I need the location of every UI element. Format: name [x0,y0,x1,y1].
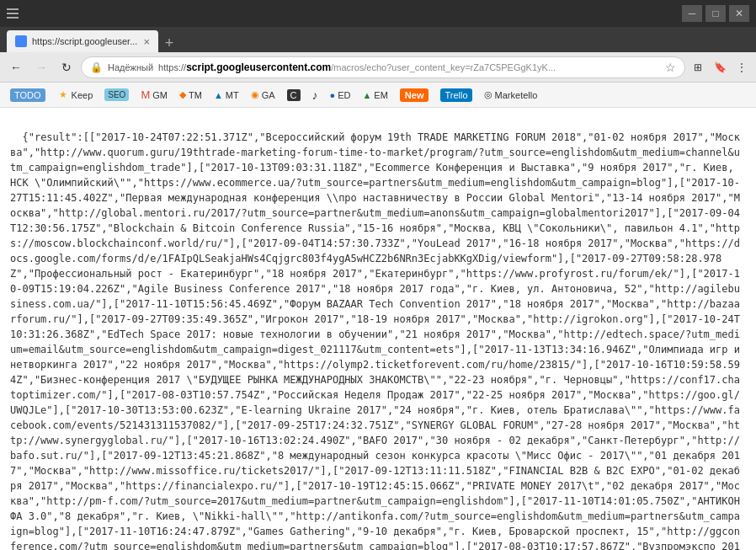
em-icon: ▲ [362,90,371,100]
bookmark-ed-label: ED [338,90,350,100]
bookmark-new[interactable]: New [395,86,434,104]
title-bar-left [7,7,20,20]
window-icon [7,7,20,20]
tm-icon: ◆ [179,89,186,100]
ga-icon: ◉ [251,89,259,100]
bookmark-tm[interactable]: ◆ TM [174,87,207,103]
back-button[interactable]: ← [5,56,27,78]
maximize-button[interactable]: □ [705,5,726,22]
bookmark-seo[interactable]: SEO [99,86,134,104]
title-bar-controls: ─ □ ✕ [682,5,749,22]
seo-icon: SEO [104,88,129,101]
page-content: {"result":[["2017-10-24T07:22:51.371Z","… [10,131,746,550]
bookmark-keep-label: Keep [72,90,93,100]
tab-bar: https://script.googleuser... × + [0,27,756,52]
keep-icon: ★ [57,89,69,101]
minimize-button[interactable]: ─ [682,5,702,22]
bookmark-marketello-label: Marketello [495,90,538,100]
bookmark-star-icon[interactable]: ☆ [665,61,676,74]
gmail-icon: M [141,88,150,101]
ext-icon-1[interactable]: ⊞ [689,58,707,77]
ext-icon-2[interactable]: 🔖 [711,58,729,77]
address-bar[interactable]: 🔒 Надёжный https://script.googleusercont… [81,56,685,78]
tab-title: https://script.googleuser... [32,36,138,46]
c-icon: C [287,89,301,101]
bookmark-trello[interactable]: Trello [435,86,476,104]
bookmark-ga[interactable]: ◉ GA [246,87,280,103]
ed-icon: ● [330,90,336,100]
bookmark-em-label: EM [374,90,388,100]
trello-icon: Trello [440,88,471,102]
bookmark-ga-label: GA [262,90,275,100]
bookmark-gm[interactable]: M GM [136,86,173,104]
close-button[interactable]: ✕ [729,5,749,22]
bookmark-c[interactable]: C [282,87,306,104]
new-icon: New [400,88,429,102]
bookmark-gm-label: GM [152,90,168,100]
address-secure-label: Надёжный [108,62,153,72]
title-bar: ─ □ ✕ [0,0,756,27]
new-tab-button[interactable]: + [158,34,180,52]
address-text: https://script.googleusercontent.com/mac… [158,61,660,73]
bookmark-todo[interactable]: TODO [5,86,51,104]
todo-icon: TODO [10,88,45,102]
mt-icon: ▲ [214,90,223,100]
marketello-icon: ◎ [484,89,492,100]
bookmark-music[interactable]: ♪ [307,86,323,104]
ext-icon-3[interactable]: ⋮ [732,58,751,77]
music-icon: ♪ [312,88,318,102]
bookmark-mt[interactable]: ▲ MT [209,88,244,103]
bookmark-marketello[interactable]: ◎ Marketello [479,87,543,103]
bookmark-keep[interactable]: ★ Keep [52,87,98,104]
reload-button[interactable]: ↻ [56,56,77,78]
bookmarks-bar: TODO ★ Keep SEO M GM ◆ TM ▲ MT ◉ GA C ♪ … [0,83,756,108]
bookmark-mt-label: MT [226,90,239,100]
active-tab[interactable]: https://script.googleuser... × [7,30,158,52]
bookmark-ed[interactable]: ● ED [325,88,356,103]
content-area: {"result":[["2017-10-24T07:22:51.371Z","… [0,108,756,550]
bookmark-em[interactable]: ▲ EM [357,88,392,103]
tab-favicon [15,35,27,47]
bookmark-tm-label: TM [189,90,202,100]
forward-button[interactable]: → [30,56,52,78]
nav-bar: ← → ↻ 🔒 Надёжный https://script.googleus… [0,52,756,83]
tab-close-button[interactable]: × [143,35,150,48]
lock-icon: 🔒 [90,61,103,73]
